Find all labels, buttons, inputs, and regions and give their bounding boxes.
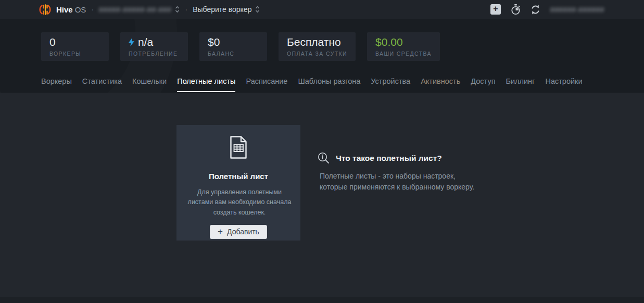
tab-statistics[interactable]: Статистика (82, 77, 122, 92)
separator-dot: · (91, 5, 94, 14)
stat-value: $0 (208, 36, 220, 48)
brand-home-link[interactable]: Hive OS (39, 3, 86, 16)
tab-bar: Воркеры Статистика Кошельки Полетные лис… (41, 77, 644, 92)
tab-label: Биллинг (506, 77, 535, 85)
tab-label: Активность (421, 77, 460, 85)
account-name-masked[interactable]: ######-###### (550, 6, 604, 14)
stat-card-funds: $0.00 ВАШИ СРЕДСТВА (367, 32, 440, 61)
tab-activity[interactable]: Активность (421, 77, 460, 92)
tab-label: Устройства (371, 77, 410, 85)
stat-value: Бесплатно (287, 36, 341, 48)
stat-label: ОПЛАТА ЗА СУТКИ (287, 51, 347, 57)
tab-wallets[interactable]: Кошельки (132, 77, 167, 92)
worker-selector[interactable]: Выберите воркер (193, 5, 260, 14)
flight-sheet-card-title: Полетный лист (184, 172, 293, 181)
stat-label: ВАШИ СРЕДСТВА (375, 51, 432, 57)
tab-label: Полетные листы (177, 77, 235, 85)
tab-label: Кошельки (132, 77, 167, 85)
stat-card-workers: 0 ВОРКЕРЫ (41, 32, 109, 61)
hiveos-logo-icon (39, 3, 52, 16)
stat-label: ВОРКЕРЫ (49, 51, 100, 57)
tab-label: Статистика (82, 77, 122, 85)
tab-devices[interactable]: Устройства (371, 77, 410, 92)
footer-strip (0, 297, 644, 303)
stat-label: БАЛАНС (208, 51, 259, 57)
add-flight-sheet-button-label: Добавить (227, 228, 259, 236)
brand-suffix: OS (75, 5, 86, 14)
bolt-icon (129, 38, 134, 46)
stats-section: 0 ВОРКЕРЫ n/a ПОТРЕБЛЕНИЕ $0 (0, 19, 644, 93)
document-icon (228, 135, 249, 159)
refresh-icon[interactable] (531, 5, 540, 15)
stat-card-balance: $0 БАЛАНС (199, 32, 267, 61)
info-text: Полетные листы - это наборы настроек, ко… (320, 171, 476, 193)
tab-access[interactable]: Доступ (471, 77, 495, 92)
stat-value: n/a (138, 36, 153, 48)
tab-oc-templates[interactable]: Шаблоны разгона (298, 77, 360, 92)
chevron-updown-icon (255, 6, 260, 13)
tab-settings[interactable]: Настройки (545, 77, 582, 92)
tab-schedule[interactable]: Расписание (246, 77, 287, 92)
plus-icon: + (493, 4, 498, 13)
stat-value: 0 (49, 36, 56, 48)
flight-sheet-card-description: Для управления полетными листами вам нео… (184, 187, 295, 218)
plus-icon: + (218, 228, 223, 236)
tab-label: Расписание (246, 77, 287, 85)
worker-selector-label: Выберите воркер (193, 5, 251, 14)
topbar-actions: + ######-###### (490, 4, 604, 15)
tab-label: Доступ (471, 77, 495, 85)
chevron-updown-icon (175, 6, 180, 13)
info-title: Что такое полетный лист? (336, 154, 442, 163)
tab-flight-sheets[interactable]: Полетные листы (177, 77, 235, 92)
info-panel-header: Что такое полетный лист? (318, 152, 476, 164)
tab-label: Шаблоны разгона (298, 77, 360, 85)
stopwatch-icon[interactable] (511, 4, 521, 15)
flight-sheet-empty-card: Полетный лист Для управления полетными л… (176, 125, 300, 241)
tab-billing[interactable]: Биллинг (506, 77, 535, 92)
stat-value: $0.00 (375, 36, 403, 48)
brand-name: Hive (56, 5, 73, 14)
stat-card-consumption: n/a ПОТРЕБЛЕНИЕ (120, 32, 188, 61)
add-farm-button[interactable]: + (490, 4, 501, 15)
info-panel: Что такое полетный лист? Полетные листы … (318, 152, 476, 193)
stats-row: 0 ВОРКЕРЫ n/a ПОТРЕБЛЕНИЕ $0 (41, 32, 644, 61)
farm-selector[interactable]: #####-#####-##-### (99, 6, 180, 14)
stat-card-daily-cost: Бесплатно ОПЛАТА ЗА СУТКИ (279, 32, 356, 61)
tab-label: Настройки (545, 77, 582, 85)
stat-label: ПОТРЕБЛЕНИЕ (129, 51, 180, 57)
tab-label: Воркеры (41, 77, 72, 85)
add-flight-sheet-button[interactable]: + Добавить (210, 225, 267, 239)
farm-name-masked: #####-#####-##-### (99, 6, 171, 14)
main-content: Полетный лист Для управления полетными л… (0, 93, 644, 297)
tab-workers[interactable]: Воркеры (41, 77, 72, 92)
info-search-icon (318, 152, 330, 164)
separator-dot: · (185, 5, 187, 14)
topbar: Hive OS · #####-#####-##-### · Выберите … (0, 0, 644, 19)
